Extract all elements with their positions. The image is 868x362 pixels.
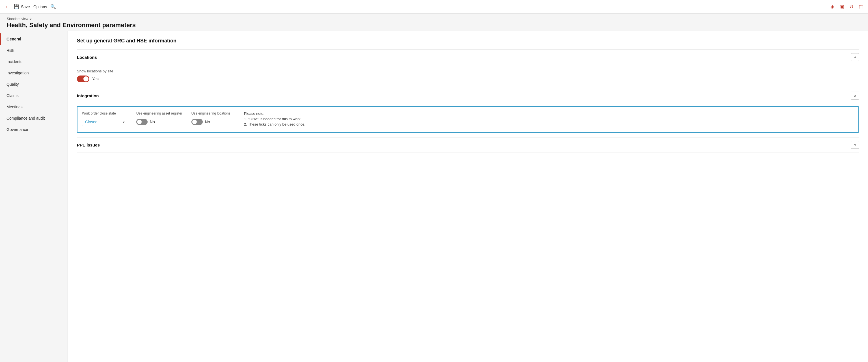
main-layout: General Risk Incidents Investigation Qua… — [0, 31, 868, 362]
please-note-title: Please note: — [244, 112, 305, 116]
work-order-field: Work order close state Closed Open In Pr… — [82, 112, 127, 126]
sidebar-item-label: Risk — [6, 48, 14, 53]
sidebar-item-investigation[interactable]: Investigation — [0, 67, 68, 79]
sidebar-item-quality[interactable]: Quality — [0, 79, 68, 90]
save-button[interactable]: 💾 Save — [13, 4, 30, 9]
sidebar-item-label: Meetings — [6, 104, 23, 109]
engineering-locations-toggle-label: No — [205, 120, 210, 124]
ppe-section-header[interactable]: PPE issues ∨ — [77, 137, 859, 152]
toolbar-left: ← 💾 Save Options 🔍 — [4, 3, 56, 10]
ppe-section: PPE issues ∨ — [77, 137, 859, 152]
sidebar-item-label: Incidents — [6, 59, 22, 64]
locations-collapse-button[interactable]: ∧ — [851, 53, 859, 61]
back-icon: ← — [4, 3, 10, 10]
sidebar-item-general[interactable]: General — [0, 33, 68, 45]
locations-section-content: Show locations by site Yes — [77, 64, 859, 88]
options-label: Options — [33, 4, 47, 9]
ppe-section-title: PPE issues — [77, 143, 100, 147]
show-locations-toggle-row: Yes — [77, 76, 859, 82]
toolbar-icon-3[interactable]: ↺ — [849, 4, 854, 10]
engineering-locations-field: Use engineering locations No — [191, 112, 230, 125]
view-label-text: Standard view — [7, 17, 28, 21]
toolbar: ← 💾 Save Options 🔍 ◈ ▣ ↺ ⬚ — [0, 0, 868, 13]
view-selector[interactable]: Standard view ∨ — [7, 17, 861, 21]
please-note: Please note: 1. "O2M" is needed for this… — [244, 112, 305, 127]
sidebar-item-governance[interactable]: Governance — [0, 124, 68, 135]
sidebar-item-label: Quality — [6, 82, 19, 87]
save-label: Save — [21, 4, 30, 9]
bottom-divider — [77, 152, 859, 152]
work-order-select[interactable]: Closed Open In Progress — [82, 118, 127, 126]
asset-register-toggle[interactable] — [136, 119, 148, 125]
work-order-label: Work order close state — [82, 112, 127, 115]
ppe-expand-button[interactable]: ∨ — [851, 141, 859, 149]
work-order-select-wrapper: Closed Open In Progress ∨ — [82, 118, 127, 126]
sidebar-item-label: Governance — [6, 127, 28, 132]
collapse-icon: ∧ — [854, 55, 857, 59]
engineering-locations-label: Use engineering locations — [191, 112, 230, 115]
sidebar-item-label: General — [6, 37, 21, 41]
save-icon: 💾 — [13, 4, 19, 9]
page-header: Standard view ∨ Health, Safety and Envir… — [0, 13, 868, 31]
back-button[interactable]: ← — [4, 3, 10, 10]
search-button[interactable]: 🔍 — [50, 4, 56, 9]
integration-box: Work order close state Closed Open In Pr… — [77, 106, 859, 133]
sidebar-item-claims[interactable]: Claims — [0, 90, 68, 101]
show-locations-toggle-label: Yes — [92, 77, 99, 81]
toggle-knob-s2 — [192, 120, 197, 124]
sidebar-item-risk[interactable]: Risk — [0, 45, 68, 56]
toolbar-icon-1[interactable]: ◈ — [830, 4, 834, 10]
engineering-locations-toggle-row: No — [191, 119, 230, 125]
asset-register-field: Use engineering asset register No — [136, 112, 182, 125]
sidebar: General Risk Incidents Investigation Qua… — [0, 31, 68, 362]
view-chevron-icon: ∨ — [29, 17, 32, 21]
toggle-knob — [84, 77, 89, 82]
toolbar-right: ◈ ▣ ↺ ⬚ — [830, 4, 864, 10]
sidebar-item-meetings[interactable]: Meetings — [0, 101, 68, 113]
content-area: Set up general GRC and HSE information L… — [68, 31, 868, 362]
please-note-item-2: 2. These ticks can only be used once. — [244, 122, 305, 126]
asset-register-toggle-label: No — [150, 120, 155, 124]
please-note-item-1: 1. "O2M" is needed for this to work. — [244, 117, 305, 121]
integration-collapse-button[interactable]: ∧ — [851, 92, 859, 99]
collapse-icon: ∧ — [854, 94, 857, 97]
show-locations-label: Show locations by site — [77, 69, 859, 73]
toolbar-icon-2[interactable]: ▣ — [839, 4, 844, 10]
integration-section: Integration ∧ Work order close state Clo… — [77, 88, 859, 133]
show-locations-toggle[interactable] — [77, 76, 89, 82]
integration-section-header[interactable]: Integration ∧ — [77, 88, 859, 103]
sidebar-item-label: Investigation — [6, 71, 29, 75]
toggle-knob-s — [137, 120, 142, 124]
sidebar-item-label: Compliance and audit — [6, 116, 45, 120]
engineering-locations-toggle[interactable] — [191, 119, 203, 125]
asset-register-toggle-row: No — [136, 119, 182, 125]
search-icon: 🔍 — [50, 4, 56, 9]
expand-icon: ∨ — [854, 143, 857, 147]
sidebar-item-label: Claims — [6, 93, 19, 98]
toolbar-icon-4[interactable]: ⬚ — [859, 4, 864, 10]
sidebar-item-incidents[interactable]: Incidents — [0, 56, 68, 67]
asset-register-label: Use engineering asset register — [136, 112, 182, 115]
locations-section-title: Locations — [77, 55, 97, 60]
locations-section-header[interactable]: Locations ∧ — [77, 50, 859, 64]
integration-section-title: Integration — [77, 93, 99, 98]
options-button[interactable]: Options — [33, 4, 47, 9]
locations-section: Locations ∧ Show locations by site Yes — [77, 50, 859, 88]
sidebar-item-compliance[interactable]: Compliance and audit — [0, 113, 68, 124]
page-title: Health, Safety and Environment parameter… — [7, 22, 861, 29]
content-heading: Set up general GRC and HSE information — [77, 38, 859, 44]
